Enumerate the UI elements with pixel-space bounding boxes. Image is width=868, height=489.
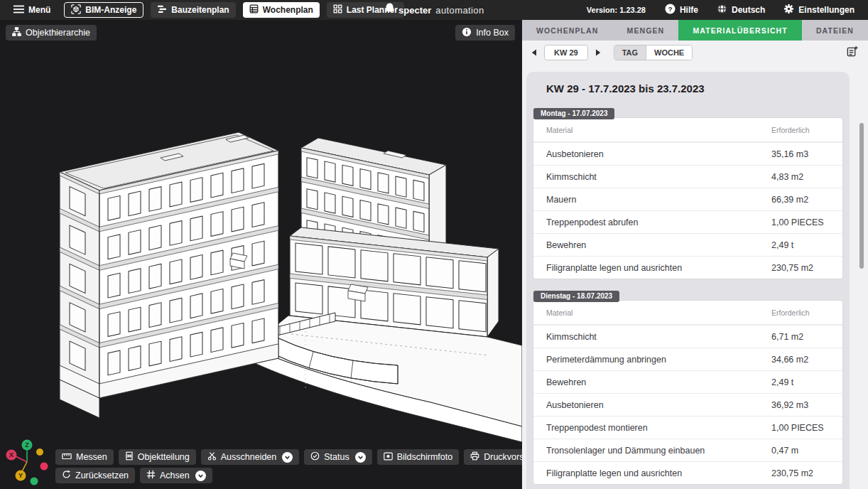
tools-row-2: Zurücksetzen Achsen [55,468,522,483]
nav-bim-anzeige[interactable]: BIM-Anzeige [64,2,143,18]
material-name: Ausbetonieren [546,400,771,410]
gantt-icon [157,5,167,16]
day-badge: Montag - 17.07.2023 [533,108,614,119]
material-required-value: 230,75 m2 [771,263,830,273]
svg-text:Z: Z [25,441,29,448]
weekplan-icon [249,4,259,16]
settings-button[interactable]: Einstellungen [777,2,861,18]
table-header-row: Material Erforderlich [533,118,842,142]
material-overview-content: KW 29 - 17.7.2023 bis 23.7.2023 Montag -… [522,65,868,489]
ghost-logo-icon [385,3,394,17]
nav-bauzeitenplan[interactable]: Bauzeitenplan [151,2,235,18]
material-required-value: 4,83 m2 [771,172,830,182]
help-button[interactable]: ? Hilfe [658,2,705,18]
material-name: Perimeterdämmung anbringen [546,355,771,365]
axis-dot-x-neg [40,463,48,471]
material-table: Material Erforderlich Ausbetonieren 35,1… [533,118,842,279]
screenshot-icon [384,452,393,463]
panel-scrollbar[interactable] [859,123,864,269]
arrow-left-icon [531,48,537,58]
material-name: Treppenpodest montieren [546,423,771,433]
column-header-material: Material [546,126,771,134]
svg-text:Y: Y [18,472,23,479]
material-name: Tronsolenlager und Dämmung einbauen [546,446,771,456]
cut-button[interactable]: Ausschneiden [201,449,300,465]
material-required-value: 1,00 PIECES [771,217,830,227]
top-toolbar: Menü BIM-Anzeige Bauzeitenplan Wochenpla… [0,0,868,20]
status-check-icon [310,451,320,463]
material-required-value: 6,71 m2 [771,332,830,342]
material-name: Treppenpodest abrufen [546,217,771,227]
prev-week-button[interactable] [529,45,539,60]
nav-wochenplan[interactable]: Wochenplan [243,2,320,18]
status-button[interactable]: Status [304,449,371,465]
tab-materialuebersicht[interactable]: MATERIALÜBERSICHT [678,20,802,41]
day-week-toggle: TAG WOCHE [614,45,693,60]
material-row: Perimeterdämmung anbringen 34,66 m2 [533,348,842,370]
days-list: Montag - 17.07.2023 Material Erforderlic… [533,104,842,484]
toggle-woche[interactable]: WOCHE [646,45,692,60]
material-row: Treppenpodest abrufen 1,00 PIECES [533,210,842,233]
tools-row-1: Messen Objektteilung Ausschneiden Status [55,449,522,465]
panel-tabs: WOCHENPLAN MENGEN MATERIALÜBERSICHT DATE… [522,20,868,41]
material-required-value: 2,49 t [771,377,830,387]
info-icon [462,27,472,39]
info-box-button[interactable]: Info Box [455,25,515,41]
material-row: Filigranplatte legen und ausrichten 230,… [533,256,842,279]
topbar-right-group: Version: 1.23.28 ? Hilfe Deutsch Einstel… [587,2,861,18]
toggle-tag[interactable]: TAG [614,45,646,60]
scissors-icon [207,451,217,463]
screenshot-button[interactable]: Bildschirmfoto [377,449,460,465]
status-dropdown[interactable] [355,452,366,463]
reset-view-button[interactable]: Zurücksetzen [55,468,135,483]
day-badge: Dienstag - 18.07.2023 [533,291,619,302]
measure-button[interactable]: Messen [55,449,114,465]
material-table: Material Erforderlich Kimmschicht 6,71 m… [533,301,842,484]
column-header-required: Erforderlich [771,126,830,134]
svg-text:?: ? [668,6,673,13]
material-required-value: 35,16 m3 [771,149,830,159]
axis-dot-y-neg [36,448,43,456]
week-selector[interactable]: KW 29 [544,45,588,60]
material-required-value: 66,39 m2 [771,195,830,205]
material-panel: WOCHENPLAN MENGEN MATERIALÜBERSICHT DATE… [522,20,868,489]
axes-gizmo[interactable]: Z X Y [3,436,48,488]
globe-icon [717,4,727,16]
hamburger-icon [13,5,24,16]
material-required-value: 2,49 t [771,240,830,250]
arrow-right-icon [595,48,601,58]
material-row: Ausbetonieren 36,92 m3 [533,393,842,416]
material-name: Bewehren [546,377,771,387]
material-row: Treppenpodest montieren 1,00 PIECES [533,416,842,439]
language-button[interactable]: Deutsch [710,2,771,18]
next-week-button[interactable] [593,45,603,60]
tab-wochenplan[interactable]: WOCHENPLAN [522,20,613,41]
axes-dropdown[interactable] [195,471,206,481]
bim-building-model[interactable] [0,20,522,489]
material-row: Filigranplatte legen und ausrichten 230,… [533,461,842,484]
cut-dropdown[interactable] [282,452,293,463]
object-split-button[interactable]: Objektteilung [119,449,196,465]
measure-icon [62,452,72,462]
brand-logo: specter automation [385,0,484,20]
material-required-value: 230,75 m2 [771,468,830,478]
note-add-icon [846,45,858,60]
tab-mengen[interactable]: MENGEN [613,20,679,41]
object-hierarchy-button[interactable]: Objekthierarchie [6,25,97,41]
export-report-button[interactable] [845,44,859,61]
axes-button[interactable]: Achsen [140,468,212,483]
menu-button[interactable]: Menü [7,2,57,18]
week-card: KW 29 - 17.7.2023 bis 23.7.2023 Montag -… [526,72,850,489]
gear-icon [783,4,794,16]
tab-dateien[interactable]: DATEIEN [802,20,868,41]
print-preview-button[interactable]: Druckvorschau [464,449,522,465]
material-row: Mauern 66,39 m2 [533,188,842,210]
material-name: Bewehren [546,240,771,250]
material-row: Bewehren 2,49 t [533,370,842,393]
day-section: Montag - 17.07.2023 Material Erforderlic… [533,104,842,279]
version-label: Version: 1.23.28 [587,6,646,14]
bim-view-icon [71,4,81,16]
3d-viewport[interactable]: Objekthierarchie Info Box Z X [0,20,522,489]
material-name: Filigranplatte legen und ausrichten [546,263,771,273]
axes-grid-icon [146,470,156,481]
